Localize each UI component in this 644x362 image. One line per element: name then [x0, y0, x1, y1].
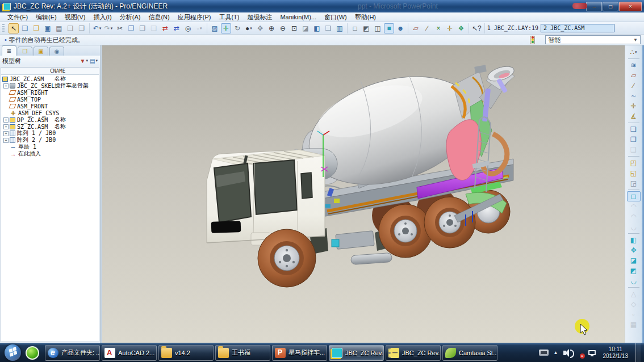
component-create-tool-icon[interactable]: ◰ — [627, 158, 641, 168]
tree-item-JBC_ZC_SKEL.[interactable]: +JBC_ZC_SKEL.搅拌车总骨架 — [1, 82, 99, 89]
repaint-icon[interactable]: ▨ — [210, 23, 220, 33]
sweep-tool-icon[interactable]: ◠ — [627, 212, 641, 222]
view-clip-icon[interactable]: ◪ — [300, 23, 311, 33]
model-copy-icon[interactable]: ❑ — [65, 23, 76, 33]
tree-item-ASM_FRONT[interactable]: ASM_FRONT — [1, 103, 99, 110]
taskbar-button-5-proe[interactable]: JBC_ZC Rev... — [329, 345, 384, 361]
toolbar-grip[interactable] — [2, 24, 5, 33]
menu-item-9[interactable]: Manikin(M)... — [276, 14, 320, 20]
datum-plane-tool-icon[interactable]: ▱ — [627, 70, 641, 81]
curve-tool-icon[interactable]: ∼ — [627, 91, 641, 101]
tree-item-阵列 2 / JB0[interactable]: +阵列 2 / JB0 — [1, 137, 99, 144]
taskbar-clock[interactable]: 10:11 2012/1/13 — [603, 346, 629, 360]
expand-toggle[interactable]: + — [3, 131, 9, 136]
show-desktop-button[interactable] — [635, 343, 641, 362]
orient-mode-icon[interactable]: ↻ — [232, 23, 242, 33]
graphics-area[interactable] — [102, 45, 625, 343]
open-file-icon[interactable]: ❐ — [31, 23, 41, 33]
shade-sphere-icon[interactable]: ●▾ — [244, 23, 254, 33]
zoom-out-icon[interactable]: ⊖ — [278, 23, 288, 33]
layer-settings-tool-icon[interactable]: ❐ — [627, 134, 641, 145]
layers-icon[interactable]: ❏ — [323, 23, 333, 33]
tray-expand-icon[interactable]: ▲ — [554, 350, 558, 355]
undo-icon[interactable]: ↶▾ — [92, 23, 102, 33]
tree-item-在此插入[interactable]: →在此插入 — [1, 150, 99, 157]
minimize-button[interactable]: – — [586, 2, 602, 11]
point-display-toggle-icon[interactable]: × — [433, 23, 444, 33]
action-center-flag-icon[interactable] — [576, 349, 583, 357]
browser-quicklaunch-icon[interactable] — [26, 346, 39, 360]
selection-filter-dropdown[interactable]: 智能 ▼ — [545, 35, 641, 44]
taskbar-button-3-folder[interactable]: 王书福 — [215, 345, 270, 361]
menu-item-1[interactable]: 编辑(E) — [32, 13, 61, 22]
expand-toggle[interactable]: + — [3, 117, 9, 123]
menu-item-10[interactable]: 窗口(W) — [320, 13, 351, 22]
view-manager-icon[interactable]: ◧ — [312, 23, 322, 33]
plane-display-toggle-icon[interactable]: ▱ — [411, 23, 421, 33]
boundary-blend-tool-icon[interactable]: ◡ — [627, 276, 641, 286]
no-hidden-display-icon[interactable]: ◫ — [373, 23, 383, 33]
axis-display-toggle-icon[interactable]: ∕ — [422, 23, 432, 33]
tree-column-header[interactable]: CNAME — [1, 68, 99, 75]
taskbar-button-6-notebook[interactable]: JBC_ZC Rev... — [386, 345, 441, 361]
measure-tool-icon[interactable]: ∡ — [627, 111, 641, 121]
copy-icon[interactable]: ❐ — [126, 23, 136, 33]
start-button[interactable] — [5, 344, 21, 361]
model-tree-tab[interactable]: ≣ — [2, 45, 16, 56]
pattern-grid-tool-icon[interactable]: ▦ — [627, 319, 641, 330]
select-arrow-icon[interactable]: ↖ — [9, 23, 19, 33]
sketch-tool-icon[interactable]: ≋ — [627, 60, 641, 70]
hidden-line-display-icon[interactable]: ◩ — [361, 23, 371, 33]
csys-display-toggle-icon[interactable]: ✛ — [445, 23, 455, 33]
history-tab[interactable]: ◉ — [49, 47, 64, 56]
close-button[interactable]: × — [619, 2, 642, 11]
network-icon[interactable] — [588, 350, 596, 355]
menu-item-7[interactable]: 工具(T) — [215, 13, 243, 22]
find-icon[interactable]: ◎ — [183, 23, 193, 33]
redo-icon[interactable]: ↷▾ — [103, 23, 114, 33]
regenerate-icon[interactable]: ⇄ — [160, 23, 170, 33]
tree-filter-button[interactable]: ▼▾ — [80, 58, 88, 64]
pan-zoom-icon[interactable]: ✥ — [255, 23, 265, 33]
menu-item-8[interactable]: 超级标注 — [243, 13, 276, 22]
layer-tool-icon[interactable]: ❏ — [627, 124, 641, 134]
merge-tool-icon[interactable]: ◩ — [627, 266, 641, 276]
viewport-3d-model[interactable] — [102, 45, 625, 343]
select-box-icon[interactable]: ▫▾ — [194, 23, 204, 33]
model-backup-icon[interactable]: ❒ — [77, 23, 87, 33]
zoom-in-icon[interactable]: ⊕ — [266, 23, 277, 33]
datum-point-tool-icon[interactable]: ∴▾ — [627, 47, 641, 57]
screen-recorder-icon[interactable] — [539, 350, 549, 356]
favorites-tab[interactable]: ▣ — [34, 47, 48, 56]
title-bar[interactable]: JBC_ZC Rev: A.2+ 设计 (活动的) - Pro/ENGINEER… — [0, 0, 644, 12]
spin-center-icon[interactable]: ✛ — [221, 23, 231, 33]
round-tool-icon[interactable]: △ — [627, 289, 641, 299]
save-file-icon[interactable]: ▣ — [43, 23, 53, 33]
move-tool-icon[interactable]: ✥ — [627, 245, 641, 255]
volume-icon[interactable] — [563, 351, 566, 355]
expand-toggle[interactable]: + — [3, 124, 9, 129]
layer-copy-tool-icon[interactable]: ❑ — [627, 145, 641, 155]
print-icon[interactable]: ▤ — [54, 23, 64, 33]
menu-item-5[interactable]: 信息(N) — [144, 13, 173, 22]
paste-icon[interactable]: ❒ — [137, 23, 148, 33]
extrude-tool-icon[interactable]: ◻ — [627, 191, 641, 201]
menu-item-4[interactable]: 分析(A) — [116, 13, 145, 22]
expand-toggle[interactable]: + — [3, 83, 9, 89]
paste-special-icon[interactable]: ❑ — [149, 23, 159, 33]
taskbar-button-7-camtasia[interactable]: Camtasia St... — [442, 345, 497, 361]
tree-item-DP_ZC.ASM[interactable]: +DP_ZC.ASM名称 — [1, 116, 99, 123]
expand-toggle[interactable]: + — [3, 138, 9, 143]
tree-item-草绘 1[interactable]: ∼草绘 1 — [1, 144, 99, 150]
shaded-display-icon[interactable]: ■ — [384, 23, 394, 33]
component-assemble-tool-icon[interactable]: ◱ — [627, 168, 641, 178]
tree-settings-button[interactable]: ▤▾ — [90, 58, 98, 64]
tree-item-JBC_ZC.ASM[interactable]: JBC_ZC.ASM名称 — [1, 75, 99, 82]
refit-icon[interactable]: ⊡ — [289, 23, 299, 33]
taskbar-button-0-ie[interactable]: 产品文件夹: ... — [45, 345, 100, 361]
chamfer-tool-icon[interactable]: ◇ — [627, 299, 641, 309]
tree-item-ASM_DEF_CSYS[interactable]: ✛ASM_DEF_CSYS — [1, 110, 99, 116]
rib-tool-icon[interactable]: ▫ — [627, 309, 641, 319]
menu-item-6[interactable]: 应用程序(P) — [174, 13, 215, 22]
component-package-tool-icon[interactable]: ◲ — [627, 178, 641, 188]
